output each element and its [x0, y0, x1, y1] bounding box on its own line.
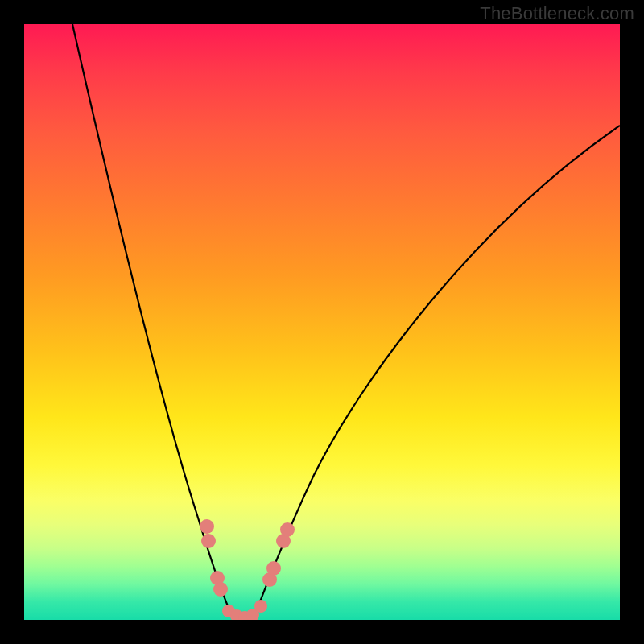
marker-dot	[254, 600, 267, 613]
plot-area	[24, 24, 620, 620]
marker-dot	[201, 534, 216, 548]
marker-dot	[266, 561, 281, 576]
curve-svg	[24, 24, 620, 620]
marker-dot	[280, 522, 295, 537]
marker-dot	[200, 519, 214, 534]
marker-dot	[213, 582, 228, 597]
watermark-text: TheBottleneck.com	[480, 3, 634, 24]
bottleneck-curve-right	[256, 126, 620, 612]
chart-frame: TheBottleneck.com	[0, 0, 644, 644]
